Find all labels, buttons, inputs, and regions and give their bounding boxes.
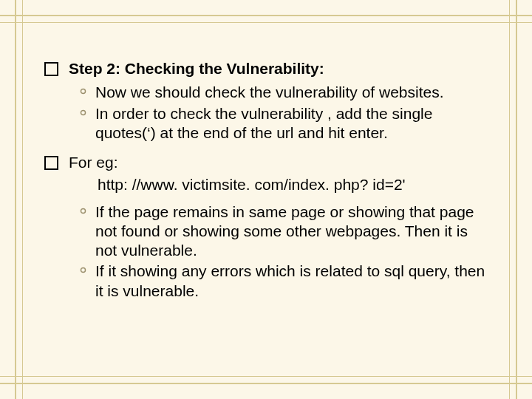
ring-bullet-icon [80, 109, 86, 116]
sub-list-2: If the page remains in same page or show… [80, 202, 488, 301]
sub-item-text: If the page remains in same page or show… [95, 202, 488, 261]
sub-item-text: Now we should check the vulnerability of… [95, 83, 488, 102]
list-item: Now we should check the vulnerability of… [80, 83, 488, 102]
checkbox-icon [44, 156, 58, 170]
ring-bullet-icon [80, 208, 86, 214]
svg-point-0 [81, 89, 85, 94]
slide: Step 2: Checking the Vulnerability: Now … [0, 0, 532, 399]
slide-content: Step 2: Checking the Vulnerability: Now … [44, 59, 488, 301]
bullet-row-example: For eg: [44, 153, 488, 172]
ring-bullet-icon [80, 88, 86, 95]
list-item: In order to check the vulnerability , ad… [80, 104, 488, 143]
for-eg-label: For eg: [69, 153, 118, 172]
heading-text: Step 2: Checking the Vulnerability: [69, 59, 324, 78]
example-url: http: //www. victimsite. com/index. php?… [98, 175, 488, 194]
checkbox-icon [44, 62, 58, 76]
svg-point-2 [81, 208, 85, 213]
svg-point-1 [81, 110, 85, 115]
list-item: If it showing any errors which is relate… [80, 262, 488, 301]
svg-point-3 [81, 268, 85, 273]
list-item: If the page remains in same page or show… [80, 202, 488, 261]
bullet-row-heading: Step 2: Checking the Vulnerability: [44, 59, 488, 78]
sub-list-1: Now we should check the vulnerability of… [80, 83, 488, 143]
sub-item-text: If it showing any errors which is relate… [95, 262, 488, 301]
sub-item-text: In order to check the vulnerability , ad… [95, 104, 488, 143]
ring-bullet-icon [80, 267, 86, 273]
